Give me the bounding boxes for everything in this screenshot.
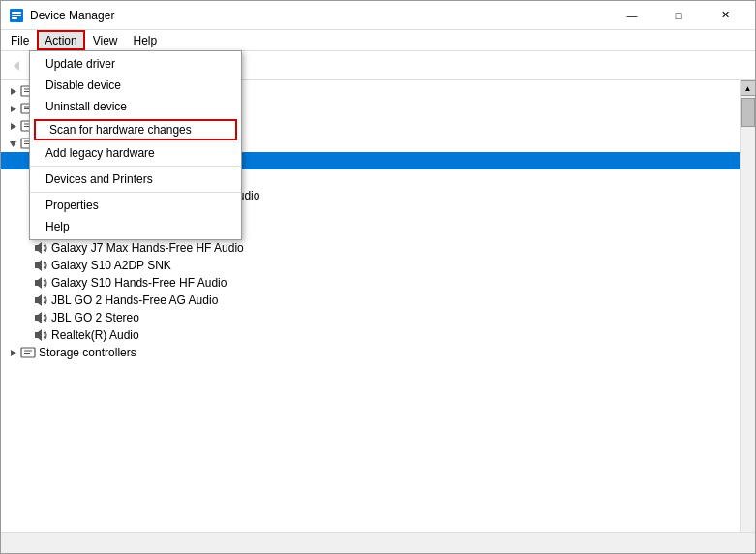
menu-action[interactable]: Action: [37, 30, 84, 50]
tree-expand-icon-11: [24, 275, 33, 291]
tree-expand-icon-14: [24, 327, 33, 343]
title-bar: Device Manager — □ ✕: [1, 1, 755, 30]
tree-item-13[interactable]: JBL GO 2 Stereo: [1, 309, 740, 326]
action-dropdown-menu: Update driver Disable device Uninstall d…: [29, 50, 242, 240]
tree-item-icon-15: [20, 345, 36, 360]
menu-view[interactable]: View: [85, 30, 126, 50]
svg-marker-39: [35, 260, 42, 271]
tree-item-label-14: Realtek(R) Audio: [51, 328, 139, 342]
close-button[interactable]: ✕: [703, 1, 747, 30]
dropdown-separator-1: [30, 166, 241, 167]
status-bar: [1, 532, 755, 553]
tree-expand-icon-9: [24, 240, 33, 256]
svg-rect-3: [12, 17, 17, 19]
tree-item-label-13: JBL GO 2 Stereo: [51, 311, 139, 324]
dropdown-item-update-driver[interactable]: Update driver: [30, 53, 241, 75]
tree-expand-icon-10: [24, 258, 33, 273]
tree-item-label-12: JBL GO 2 Hands-Free AG Audio: [51, 293, 218, 307]
tree-item-icon-11: [33, 275, 48, 291]
svg-marker-44: [11, 350, 16, 356]
tree-expand-icon-2: [5, 118, 20, 134]
menu-help[interactable]: Help: [126, 30, 166, 50]
tree-item-icon-12: [33, 292, 48, 308]
svg-marker-42: [35, 312, 42, 323]
svg-marker-40: [35, 277, 42, 289]
svg-marker-41: [35, 294, 42, 306]
tree-item-icon-10: [33, 258, 48, 273]
tree-item-10[interactable]: Galaxy S10 A2DP SNK: [1, 257, 740, 274]
svg-marker-17: [11, 88, 16, 95]
svg-rect-2: [12, 15, 21, 16]
svg-marker-21: [11, 106, 16, 112]
scrollbar[interactable]: ▲: [740, 80, 755, 532]
svg-marker-25: [11, 123, 16, 130]
tree-item-11[interactable]: Galaxy S10 Hands-Free HF Audio: [1, 274, 740, 292]
tree-item-label-11: Galaxy S10 Hands-Free HF Audio: [51, 276, 227, 290]
svg-rect-1: [12, 12, 21, 14]
dropdown-item-properties[interactable]: Properties: [30, 195, 241, 216]
tree-item-label-15: Storage controllers: [39, 346, 136, 359]
window-title: Device Manager: [30, 9, 610, 22]
tree-expand-icon-12: [24, 292, 33, 308]
tree-item-14[interactable]: Realtek(R) Audio: [1, 326, 740, 344]
tree-item-9[interactable]: Galaxy J7 Max Hands-Free HF Audio: [1, 239, 740, 257]
tree-expand-icon-3: [5, 136, 20, 151]
back-button[interactable]: [5, 54, 28, 77]
tree-item-icon-13: [33, 310, 48, 325]
dropdown-item-devices-printers[interactable]: Devices and Printers: [30, 169, 241, 190]
tree-expand-icon-13: [24, 310, 33, 325]
tree-expand-icon-15: [5, 345, 20, 360]
window-controls: — □ ✕: [610, 1, 747, 30]
menu-file[interactable]: File: [3, 30, 37, 50]
menu-bar: File Action View Help: [1, 30, 755, 51]
tree-expand-icon-0: [5, 83, 20, 99]
tree-item-icon-14: [33, 327, 48, 343]
svg-marker-38: [35, 242, 42, 254]
tree-item-label-10: Galaxy S10 A2DP SNK: [51, 259, 171, 272]
app-icon: [9, 8, 24, 23]
dropdown-item-scan-hardware[interactable]: Scan for hardware changes: [34, 119, 237, 140]
tree-expand-icon-1: [5, 101, 20, 116]
svg-marker-4: [14, 61, 19, 71]
tree-item-icon-9: [33, 240, 48, 256]
dropdown-item-add-legacy[interactable]: Add legacy hardware: [30, 142, 241, 164]
dropdown-item-disable-device[interactable]: Disable device: [30, 75, 241, 96]
scroll-up-arrow[interactable]: ▲: [741, 80, 756, 96]
tree-item-12[interactable]: JBL GO 2 Hands-Free AG Audio: [1, 292, 740, 309]
dropdown-separator-2: [30, 192, 241, 193]
svg-marker-29: [10, 141, 16, 147]
tree-item-15[interactable]: Storage controllers: [1, 344, 740, 361]
svg-marker-43: [35, 329, 42, 341]
maximize-button[interactable]: □: [656, 1, 701, 30]
dropdown-item-help[interactable]: Help: [30, 216, 241, 237]
scroll-thumb[interactable]: [741, 98, 755, 127]
dropdown-item-uninstall-device[interactable]: Uninstall device: [30, 96, 241, 117]
minimize-button[interactable]: —: [610, 1, 654, 30]
tree-item-label-9: Galaxy J7 Max Hands-Free HF Audio: [51, 241, 244, 255]
